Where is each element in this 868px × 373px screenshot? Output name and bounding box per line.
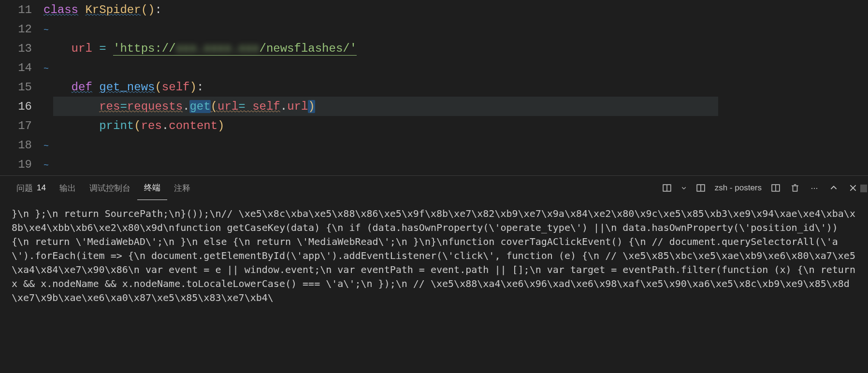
tab-comments[interactable]: 注释 [167,176,197,200]
code-line[interactable]: 13 url = 'https://xxx.xxxx.xxx/newsflash… [0,39,868,58]
panel-tabs: 问题 14 输出 调试控制台 终端 注释 zsh - posters [0,176,868,200]
code-line[interactable]: 16 res=requests.get(url= self.url) [0,97,868,116]
code-line[interactable]: 17 print(res.content) [0,116,868,135]
tab-label: 终端 [144,182,160,193]
line-number: 14 [0,61,43,74]
terminal-profile-icon[interactable] [695,183,706,193]
active-shell-label[interactable]: zsh - posters [715,183,762,193]
tab-terminal[interactable]: 终端 [137,176,167,200]
more-icon[interactable]: ··· [809,183,820,193]
terminal-output[interactable]: }\n };\n return SourcePath;\n}());\n// \… [0,200,868,373]
line-number: 12 [0,23,43,36]
tab-label: 问题 [16,183,33,194]
tab-label: 调试控制台 [89,183,130,194]
code-line[interactable]: 18 ~ [0,135,868,155]
tab-label: 输出 [59,183,76,194]
close-panel-icon[interactable] [848,183,858,193]
line-number: 13 [0,42,43,55]
trash-icon[interactable] [790,183,800,193]
code-line[interactable]: 15 def get_news(self): [0,77,868,97]
code-line[interactable]: 19 ~ [0,155,868,174]
code-editor[interactable]: 11 class KrSpider(): 12 ~ 13 url = 'http… [0,0,868,175]
code-content[interactable]: ~ [43,158,868,171]
code-line[interactable]: 14 ~ [0,58,868,77]
split-terminal-icon[interactable] [662,183,672,193]
problems-count-badge: 14 [37,183,46,193]
panel-right-actions: zsh - posters ··· [662,183,858,193]
code-content[interactable]: ~ [43,61,868,74]
line-number: 11 [0,3,43,16]
code-line[interactable]: 11 class KrSpider(): [0,0,868,19]
tab-problems[interactable]: 问题 14 [10,176,53,200]
scrollbar-thumb[interactable] [860,185,867,192]
code-content[interactable]: print(res.content) [43,119,868,132]
code-content[interactable]: res=requests.get(url= self.url) [43,100,868,113]
line-number: 17 [0,119,43,132]
code-content[interactable]: class KrSpider(): [43,3,868,16]
tab-debug-console[interactable]: 调试控制台 [83,176,137,200]
code-line[interactable]: 12 ~ [0,19,868,39]
tab-label: 注释 [174,183,190,194]
code-content[interactable]: def get_news(self): [43,81,868,94]
code-content[interactable]: url = 'https://xxx.xxxx.xxx/newsflashes/… [43,42,868,55]
line-number: 15 [0,81,43,94]
chevron-up-icon[interactable] [828,183,839,193]
line-number: 18 [0,139,43,152]
bottom-panel: 问题 14 输出 调试控制台 终端 注释 zsh - posters [0,175,868,373]
new-terminal-icon[interactable] [770,183,781,193]
tab-output[interactable]: 输出 [53,176,83,200]
code-content[interactable]: ~ [43,139,868,152]
line-number: 16 [0,100,43,113]
chevron-down-icon[interactable] [681,183,687,193]
line-number: 19 [0,158,43,171]
code-content[interactable]: ~ [43,23,868,36]
